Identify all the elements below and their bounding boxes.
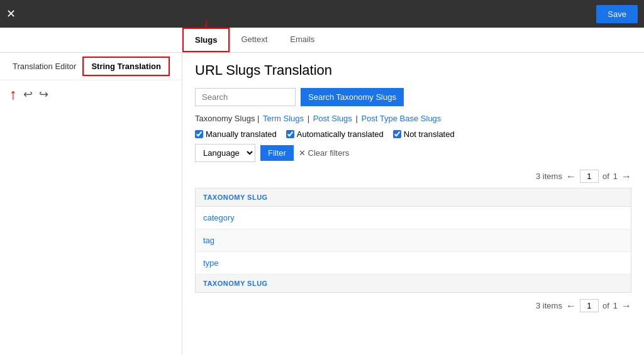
bottom-of-label: of [602, 301, 609, 310]
tab-bar: ↓ Slugs Gettext Emails [0, 28, 644, 53]
nav-forward-arrow[interactable]: ↪ [39, 87, 48, 101]
bottom-total-pages: 1 [613, 301, 618, 310]
content-area: URL Slugs Translation Search Taxonomy Sl… [182, 53, 644, 355]
tab-emails-label: Emails [290, 35, 314, 44]
slug-cell[interactable]: type [196, 252, 631, 275]
table-row[interactable]: type [196, 252, 631, 275]
tab-slugs-label: Slugs [195, 35, 217, 45]
auto-translated-checkbox[interactable] [286, 130, 294, 138]
post-slugs-link[interactable]: Post Slugs [313, 114, 352, 123]
slug-table: TAXONOMY SLUG category tag type TAXONOMY… [195, 188, 631, 293]
auto-translated-text: Automatically translated [297, 129, 384, 139]
term-slugs-link[interactable]: Term Slugs [263, 114, 304, 123]
auto-translated-checkbox-label[interactable]: Automatically translated [286, 129, 384, 139]
sidebar-nav: ↑ ↩ ↪ [0, 80, 182, 108]
language-dropdown[interactable]: Language [195, 144, 255, 162]
bottom-items-count: 3 items [536, 301, 562, 310]
bottom-next-arrow[interactable]: → [621, 300, 631, 312]
string-translation-box[interactable]: String Translation [82, 57, 170, 76]
clear-filters-link[interactable]: ✕ Clear filters [299, 148, 349, 158]
manually-translated-text: Manually translated [206, 129, 277, 139]
tab-gettext[interactable]: Gettext [230, 28, 279, 52]
bottom-prev-arrow[interactable]: ← [566, 300, 576, 312]
table-header-taxonomy-slug: TAXONOMY SLUG [196, 188, 631, 207]
not-translated-text: Not translated [404, 129, 455, 139]
sidebar: Translation Editor String Translation ↑ … [0, 53, 182, 355]
filter-row: Language Filter ✕ Clear filters [195, 144, 631, 162]
bottom-page-input[interactable] [580, 299, 599, 312]
table-row[interactable]: tag [196, 229, 631, 252]
items-count: 3 items [536, 172, 562, 181]
next-page-arrow[interactable]: → [621, 171, 631, 182]
page-number-input[interactable] [580, 170, 599, 183]
main-layout: Translation Editor String Translation ↑ … [0, 53, 644, 355]
total-pages: 1 [613, 172, 618, 181]
bottom-pagination: 3 items ← of 1 → [195, 299, 631, 312]
top-bar: ✕ Save [0, 0, 644, 28]
search-input[interactable] [195, 88, 296, 106]
tab-slugs[interactable]: ↓ Slugs [182, 28, 230, 52]
sidebar-header: Translation Editor String Translation [0, 53, 182, 80]
filter-button[interactable]: Filter [260, 145, 294, 161]
top-pagination: 3 items ← of 1 → [195, 170, 631, 183]
slug-cell[interactable]: tag [196, 229, 631, 252]
filter-links: Taxonomy Slugs | Term Slugs | Post Slugs… [195, 114, 631, 123]
tab-emails[interactable]: Emails [279, 28, 326, 52]
not-translated-checkbox-label[interactable]: Not translated [393, 129, 455, 139]
of-label: of [602, 172, 609, 181]
slug-cell[interactable]: category [196, 207, 631, 229]
save-button[interactable]: Save [596, 5, 638, 23]
search-row: Search Taxonomy Slugs [195, 88, 631, 106]
not-translated-checkbox[interactable] [393, 130, 401, 138]
red-up-arrow: ↑ [9, 85, 17, 103]
translation-editor-label[interactable]: Translation Editor [6, 62, 82, 71]
table-footer-header: TAXONOMY SLUG [196, 275, 631, 293]
manually-translated-checkbox-label[interactable]: Manually translated [195, 129, 277, 139]
table-row[interactable]: category [196, 207, 631, 229]
checkbox-row: Manually translated Automatically transl… [195, 129, 631, 139]
post-type-base-slugs-link[interactable]: Post Type Base Slugs [361, 114, 441, 123]
nav-back-arrow[interactable]: ↩ [23, 87, 33, 101]
page-title: URL Slugs Translation [195, 62, 631, 79]
close-button[interactable]: ✕ [6, 7, 16, 21]
search-taxonomy-button[interactable]: Search Taxonomy Slugs [301, 88, 404, 106]
taxonomy-slugs-label: Taxonomy Slugs [195, 114, 255, 123]
manually-translated-checkbox[interactable] [195, 130, 203, 138]
red-arrow-indicator: ↓ [203, 15, 209, 30]
prev-page-arrow[interactable]: ← [566, 171, 576, 182]
tab-gettext-label: Gettext [241, 35, 267, 44]
